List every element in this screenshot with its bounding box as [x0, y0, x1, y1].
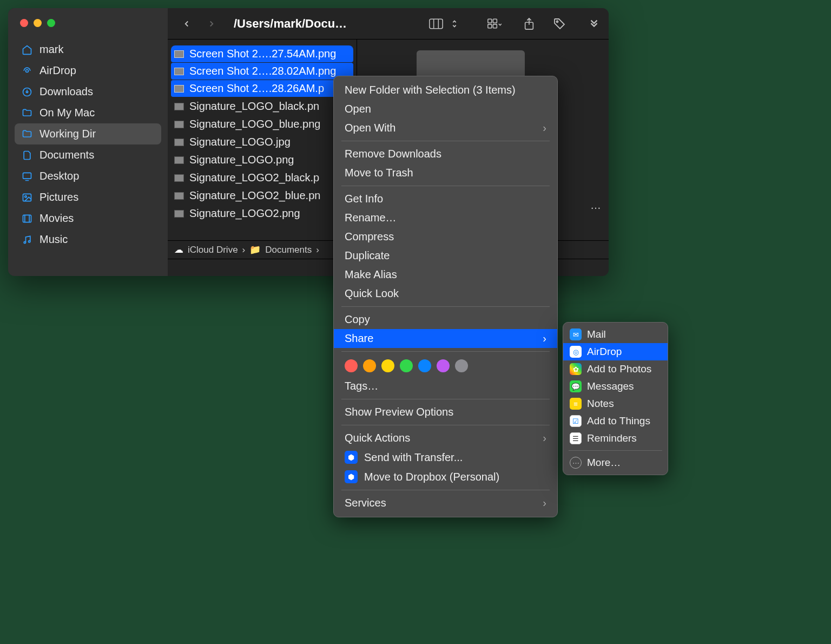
- file-row[interactable]: Screen Shot 2….27.54AM.png: [171, 45, 353, 62]
- share-icon[interactable]: [522, 17, 536, 31]
- share-messages[interactable]: 💬Messages: [563, 378, 668, 395]
- share-add-to-photos[interactable]: ✿Add to Photos: [563, 360, 668, 378]
- sidebar-item-desktop[interactable]: Desktop: [15, 166, 161, 187]
- file-row[interactable]: Signature_LOGO.png: [168, 151, 357, 169]
- svg-rect-10: [493, 19, 497, 23]
- share-notes[interactable]: ≡Notes: [563, 395, 668, 412]
- folder-icon: [21, 107, 33, 119]
- file-row[interactable]: Signature_LOGO2.png: [168, 205, 357, 222]
- menu-duplicate[interactable]: Duplicate: [334, 246, 557, 265]
- tag-icon[interactable]: [552, 17, 566, 31]
- things-icon: ☑: [570, 415, 582, 427]
- file-thumbnail: [174, 103, 184, 110]
- file-name: Signature_LOGO2_blue.pn: [189, 189, 320, 202]
- sidebar-item-label: On My Mac: [39, 107, 95, 119]
- more-icon[interactable]: [587, 17, 601, 31]
- share-add-to-things[interactable]: ☑Add to Things: [563, 412, 668, 430]
- sidebar-item-movies[interactable]: Movies: [15, 208, 161, 229]
- file-row[interactable]: Signature_LOGO2_blue.pn: [168, 187, 357, 205]
- sidebar-item-music[interactable]: Music: [15, 229, 161, 250]
- file-thumbnail: [174, 192, 184, 200]
- menu-move-to-dropbox[interactable]: ⬢Move to Dropbox (Personal): [334, 467, 557, 487]
- group-icon[interactable]: [487, 17, 502, 31]
- file-list[interactable]: Screen Shot 2….27.54AM.png Screen Shot 2…: [168, 40, 357, 240]
- updown-icon[interactable]: [447, 17, 461, 31]
- menu-new-folder[interactable]: New Folder with Selection (3 Items): [334, 81, 557, 100]
- sidebar-item-on-my-mac[interactable]: On My Mac: [15, 102, 161, 123]
- chevron-right-icon: ›: [543, 497, 546, 509]
- cloud-icon: ☁︎: [174, 244, 183, 255]
- back-button[interactable]: [180, 17, 194, 31]
- sidebar-item-working-dir[interactable]: Working Dir: [15, 123, 161, 144]
- sidebar-item-documents[interactable]: Documents: [15, 144, 161, 166]
- file-row[interactable]: Signature_LOGO_black.pn: [168, 97, 357, 115]
- toolbar: /Users/mark/Docu…: [168, 8, 609, 40]
- menu-tags[interactable]: Tags…: [334, 377, 557, 396]
- sidebar-item-pictures[interactable]: Pictures: [15, 187, 161, 208]
- chevron-icon: ›: [316, 245, 319, 255]
- zoom-button[interactable]: [47, 19, 55, 27]
- forward-button[interactable]: [205, 17, 219, 31]
- share-mail[interactable]: ✉Mail: [563, 326, 668, 343]
- breadcrumb-item[interactable]: iCloud Drive: [188, 245, 238, 255]
- tag-purple[interactable]: [437, 359, 450, 372]
- tag-red[interactable]: [345, 359, 358, 372]
- menu-share[interactable]: Share›: [334, 329, 557, 348]
- file-row[interactable]: Signature_LOGO_blue.png: [168, 115, 357, 133]
- svg-point-4: [25, 195, 27, 197]
- menu-show-preview-options[interactable]: Show Preview Options: [334, 403, 557, 422]
- view-columns-icon[interactable]: [429, 17, 443, 31]
- breadcrumb-item[interactable]: Documents: [265, 245, 312, 255]
- file-row[interactable]: Screen Shot 2….28.26AM.p: [171, 80, 353, 97]
- tag-gray[interactable]: [455, 359, 468, 372]
- file-row[interactable]: Signature_LOGO.jpg: [168, 133, 357, 151]
- menu-get-info[interactable]: Get Info: [334, 189, 557, 208]
- menu-make-alias[interactable]: Make Alias: [334, 265, 557, 284]
- sidebar-item-mark[interactable]: mark: [15, 39, 161, 60]
- tag-blue[interactable]: [418, 359, 431, 372]
- path-title: /Users/mark/Docu…: [234, 17, 347, 31]
- menu-open[interactable]: Open: [334, 100, 557, 119]
- tag-orange[interactable]: [363, 359, 376, 372]
- svg-point-6: [24, 241, 25, 243]
- image-icon: [21, 192, 33, 203]
- menu-move-to-trash[interactable]: Move to Trash: [334, 163, 557, 182]
- menu-open-with[interactable]: Open With›: [334, 119, 557, 137]
- menu-copy[interactable]: Copy: [334, 310, 557, 329]
- menu-separator: [341, 351, 550, 352]
- share-more[interactable]: ⋯More…: [563, 454, 668, 471]
- menu-separator: [341, 306, 550, 307]
- file-name: Signature_LOGO.jpg: [189, 136, 291, 148]
- menu-quick-actions[interactable]: Quick Actions›: [334, 429, 557, 448]
- menu-compress[interactable]: Compress: [334, 227, 557, 246]
- menu-send-with-transfer[interactable]: ⬢Send with Transfer...: [334, 448, 557, 467]
- menu-separator: [341, 490, 550, 490]
- file-name: Screen Shot 2….27.54AM.png: [189, 48, 336, 60]
- menu-separator: [341, 425, 550, 425]
- close-button[interactable]: [20, 19, 28, 27]
- file-row[interactable]: Signature_LOGO2_black.p: [168, 169, 357, 187]
- photos-icon: ✿: [570, 363, 582, 375]
- dropbox-icon: ⬢: [345, 470, 358, 483]
- svg-point-14: [557, 21, 558, 22]
- minimize-button[interactable]: [34, 19, 42, 27]
- share-airdrop[interactable]: ◎AirDrop: [563, 343, 668, 360]
- menu-rename[interactable]: Rename…: [334, 208, 557, 227]
- reminders-icon: ☰: [570, 432, 582, 444]
- share-reminders[interactable]: ☰Reminders: [563, 430, 668, 447]
- menu-services[interactable]: Services›: [334, 494, 557, 512]
- sidebar-item-downloads[interactable]: Downloads: [15, 81, 161, 102]
- sidebar-item-airdrop[interactable]: AirDrop: [15, 60, 161, 81]
- sidebar-item-label: Desktop: [39, 170, 79, 182]
- file-name: Signature_LOGO_black.pn: [189, 100, 319, 113]
- sidebar-item-label: mark: [39, 43, 63, 56]
- file-thumbnail: [174, 174, 184, 182]
- file-row[interactable]: Screen Shot 2….28.02AM.png: [171, 63, 353, 80]
- share-submenu[interactable]: ✉Mail ◎AirDrop ✿Add to Photos 💬Messages …: [563, 322, 668, 475]
- menu-quick-look[interactable]: Quick Look: [334, 284, 557, 303]
- tag-yellow[interactable]: [381, 359, 394, 372]
- menu-remove-downloads[interactable]: Remove Downloads: [334, 144, 557, 163]
- context-menu[interactable]: New Folder with Selection (3 Items) Open…: [333, 76, 558, 517]
- file-name: Screen Shot 2….28.26AM.p: [189, 82, 324, 95]
- tag-green[interactable]: [400, 359, 413, 372]
